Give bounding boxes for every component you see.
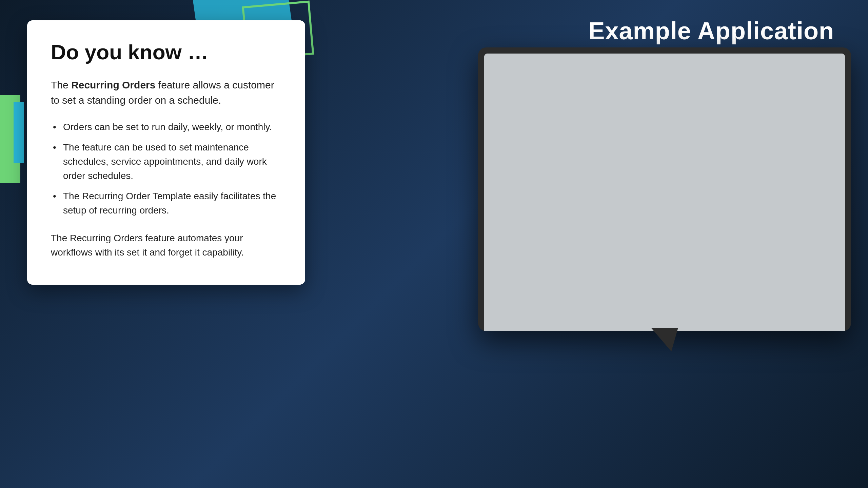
bullet-item-2: The feature can be used to set maintenan… — [51, 140, 281, 183]
content-heading: Do you know … — [51, 41, 281, 64]
screen-frame: Recurring order settings - you are editi… — [478, 47, 851, 331]
bullet-item-1: Orders can be set to run daily, weekly, … — [51, 120, 281, 134]
modal-container: Recurring order settings - you are editi… — [478, 47, 851, 331]
footer-paragraph: The Recurring Orders feature automates y… — [51, 231, 281, 260]
intro-paragraph: The Recurring Orders feature allows a cu… — [51, 77, 281, 108]
bullet-item-3: The Recurring Order Template easily faci… — [51, 189, 281, 218]
app-background — [484, 54, 845, 331]
bullet-list: Orders can be set to run daily, weekly, … — [51, 120, 281, 218]
content-panel: Do you know … The Recurring Orders featu… — [27, 20, 305, 285]
speech-bubble-pointer — [651, 328, 678, 351]
intro-bold: Recurring Orders — [71, 79, 155, 90]
page-title: Example Application — [589, 17, 834, 45]
screen-inner: Recurring order settings - you are editi… — [484, 54, 845, 331]
deco-teal-sidebar — [14, 102, 24, 163]
